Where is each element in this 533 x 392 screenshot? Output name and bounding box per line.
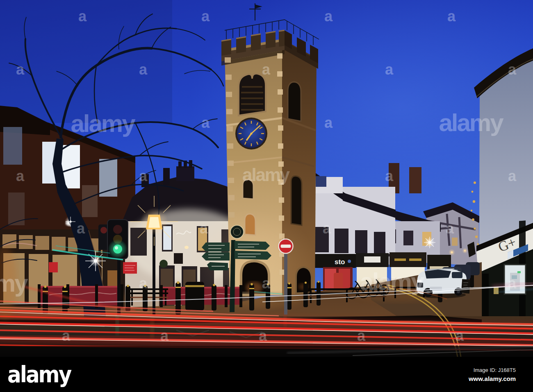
alamy-url-text: www.alamy.com: [469, 375, 516, 382]
chalkboard-sign: [461, 279, 470, 293]
stock-photo-page: sto G+: [0, 0, 533, 392]
belfry-window-south: [288, 82, 301, 121]
photograph: sto G+: [0, 0, 533, 357]
litter-bin: [185, 282, 204, 310]
white-car: [417, 269, 467, 299]
alamy-logo: alamy: [7, 361, 71, 388]
bottom-vignette: [0, 346, 533, 357]
belfry-window-west: [239, 74, 266, 116]
sto-shop-sign: sto: [335, 258, 345, 266]
small-shop-sign: [364, 256, 380, 263]
photo-scene: sto G+: [0, 0, 533, 357]
tower-clock: [235, 118, 267, 150]
tower-arch-west: [241, 261, 269, 295]
alamy-footer-bar: alamy Image ID: J168T5 www.alamy.com: [0, 357, 533, 392]
image-id-text: Image ID: J168T5: [469, 367, 516, 373]
red-window-sign: [49, 262, 58, 272]
